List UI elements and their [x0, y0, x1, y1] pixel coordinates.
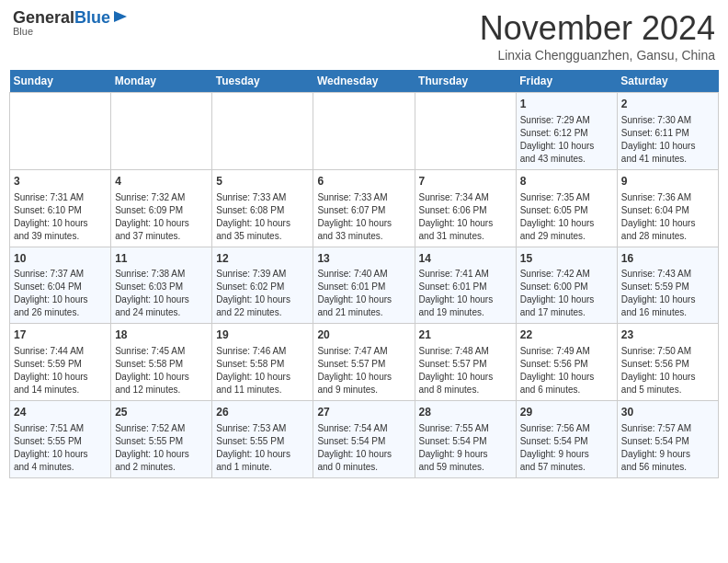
calendar-cell: [111, 93, 212, 170]
day-number: 9: [621, 174, 714, 190]
calendar-cell: 16Sunrise: 7:43 AMSunset: 5:59 PMDayligh…: [617, 247, 718, 324]
day-info: Sunrise: 7:34 AMSunset: 6:06 PMDaylight:…: [419, 191, 512, 243]
day-number: 5: [216, 174, 309, 190]
calendar-cell: 12Sunrise: 7:39 AMSunset: 6:02 PMDayligh…: [212, 247, 313, 324]
day-info: Sunrise: 7:42 AMSunset: 6:00 PMDaylight:…: [520, 268, 613, 319]
title-block: November 2024 Linxia Chengguanzhen, Gans…: [480, 9, 715, 63]
day-info: Sunrise: 7:29 AMSunset: 6:12 PMDaylight:…: [520, 114, 613, 166]
day-info: Sunrise: 7:49 AMSunset: 5:56 PMDaylight:…: [520, 345, 613, 396]
calendar-cell: 18Sunrise: 7:45 AMSunset: 5:58 PMDayligh…: [111, 324, 212, 401]
day-number: 27: [317, 405, 410, 420]
day-number: 4: [115, 174, 208, 190]
day-info: Sunrise: 7:31 AMSunset: 6:10 PMDaylight:…: [14, 191, 107, 243]
calendar-cell: 21Sunrise: 7:48 AMSunset: 5:57 PMDayligh…: [415, 324, 516, 401]
page-header: GeneralBlue Blue November 2024 Linxia Ch…: [9, 9, 719, 63]
day-of-week-header: Monday: [111, 70, 212, 93]
day-number: 2: [621, 97, 714, 112]
day-info: Sunrise: 7:36 AMSunset: 6:04 PMDaylight:…: [621, 191, 714, 243]
day-info: Sunrise: 7:38 AMSunset: 6:03 PMDaylight:…: [115, 268, 208, 319]
day-info: Sunrise: 7:33 AMSunset: 6:07 PMDaylight:…: [317, 191, 410, 243]
calendar-cell: 7Sunrise: 7:34 AMSunset: 6:06 PMDaylight…: [415, 169, 516, 247]
calendar-cell: 1Sunrise: 7:29 AMSunset: 6:12 PMDaylight…: [516, 93, 617, 170]
day-number: 6: [317, 174, 410, 190]
calendar-cell: 22Sunrise: 7:49 AMSunset: 5:56 PMDayligh…: [516, 324, 617, 401]
calendar-cell: 29Sunrise: 7:56 AMSunset: 5:54 PMDayligh…: [516, 401, 617, 478]
day-info: Sunrise: 7:43 AMSunset: 5:59 PMDaylight:…: [621, 268, 714, 319]
calendar-cell: 28Sunrise: 7:55 AMSunset: 5:54 PMDayligh…: [415, 401, 516, 478]
calendar-cell: 14Sunrise: 7:41 AMSunset: 6:01 PMDayligh…: [415, 247, 516, 324]
day-number: 11: [115, 251, 208, 267]
day-number: 26: [216, 405, 309, 420]
calendar-cell: 27Sunrise: 7:54 AMSunset: 5:54 PMDayligh…: [313, 401, 415, 478]
day-info: Sunrise: 7:41 AMSunset: 6:01 PMDaylight:…: [419, 268, 512, 319]
day-number: 23: [621, 327, 714, 343]
calendar-cell: 8Sunrise: 7:35 AMSunset: 6:05 PMDaylight…: [516, 169, 617, 247]
svg-marker-0: [114, 11, 127, 22]
calendar-cell: [415, 93, 516, 170]
calendar-cell: 17Sunrise: 7:44 AMSunset: 5:59 PMDayligh…: [10, 324, 111, 401]
location: Linxia Chengguanzhen, Gansu, China: [480, 48, 715, 63]
day-info: Sunrise: 7:55 AMSunset: 5:54 PMDaylight:…: [419, 422, 512, 474]
day-number: 8: [520, 174, 613, 190]
day-number: 7: [419, 174, 512, 190]
day-info: Sunrise: 7:40 AMSunset: 6:01 PMDaylight:…: [317, 268, 410, 319]
day-number: 14: [419, 251, 512, 267]
calendar-cell: 23Sunrise: 7:50 AMSunset: 5:56 PMDayligh…: [617, 324, 718, 401]
calendar-cell: 30Sunrise: 7:57 AMSunset: 5:54 PMDayligh…: [617, 401, 718, 478]
calendar-table: SundayMondayTuesdayWednesdayThursdayFrid…: [9, 70, 719, 478]
day-number: 28: [419, 405, 512, 420]
calendar-cell: 15Sunrise: 7:42 AMSunset: 6:00 PMDayligh…: [516, 247, 617, 324]
day-info: Sunrise: 7:39 AMSunset: 6:02 PMDaylight:…: [216, 268, 309, 319]
logo-arrow-icon: [112, 8, 129, 25]
calendar-cell: [212, 93, 313, 170]
calendar-cell: 3Sunrise: 7:31 AMSunset: 6:10 PMDaylight…: [10, 169, 111, 247]
day-number: 30: [621, 405, 714, 420]
logo-subtitle: Blue: [13, 26, 33, 37]
calendar-cell: 13Sunrise: 7:40 AMSunset: 6:01 PMDayligh…: [313, 247, 415, 324]
day-info: Sunrise: 7:35 AMSunset: 6:05 PMDaylight:…: [520, 191, 613, 243]
day-of-week-header: Sunday: [10, 70, 111, 93]
day-of-week-header: Thursday: [415, 70, 516, 93]
calendar-cell: [313, 93, 415, 170]
calendar-cell: 20Sunrise: 7:47 AMSunset: 5:57 PMDayligh…: [313, 324, 415, 401]
day-info: Sunrise: 7:45 AMSunset: 5:58 PMDaylight:…: [115, 345, 208, 396]
day-info: Sunrise: 7:30 AMSunset: 6:11 PMDaylight:…: [621, 114, 714, 166]
calendar-cell: 5Sunrise: 7:33 AMSunset: 6:08 PMDaylight…: [212, 169, 313, 247]
day-info: Sunrise: 7:52 AMSunset: 5:55 PMDaylight:…: [115, 422, 208, 474]
calendar-cell: 19Sunrise: 7:46 AMSunset: 5:58 PMDayligh…: [212, 324, 313, 401]
day-info: Sunrise: 7:46 AMSunset: 5:58 PMDaylight:…: [216, 345, 309, 396]
day-number: 13: [317, 251, 410, 267]
day-info: Sunrise: 7:37 AMSunset: 6:04 PMDaylight:…: [14, 268, 107, 319]
day-number: 1: [520, 97, 613, 112]
day-info: Sunrise: 7:48 AMSunset: 5:57 PMDaylight:…: [419, 345, 512, 396]
calendar-cell: 4Sunrise: 7:32 AMSunset: 6:09 PMDaylight…: [111, 169, 212, 247]
calendar-cell: 9Sunrise: 7:36 AMSunset: 6:04 PMDaylight…: [617, 169, 718, 247]
day-number: 10: [14, 251, 107, 267]
day-number: 25: [115, 405, 208, 420]
day-number: 21: [419, 327, 512, 343]
day-of-week-header: Friday: [516, 70, 617, 93]
calendar-cell: 10Sunrise: 7:37 AMSunset: 6:04 PMDayligh…: [10, 247, 111, 324]
day-info: Sunrise: 7:57 AMSunset: 5:54 PMDaylight:…: [621, 422, 714, 474]
day-info: Sunrise: 7:53 AMSunset: 5:55 PMDaylight:…: [216, 422, 309, 474]
day-number: 29: [520, 405, 613, 420]
calendar-cell: 2Sunrise: 7:30 AMSunset: 6:11 PMDaylight…: [617, 93, 718, 170]
day-number: 20: [317, 327, 410, 343]
day-info: Sunrise: 7:51 AMSunset: 5:55 PMDaylight:…: [14, 422, 107, 474]
day-of-week-header: Saturday: [617, 70, 718, 93]
day-of-week-header: Tuesday: [212, 70, 313, 93]
day-number: 22: [520, 327, 613, 343]
day-of-week-header: Wednesday: [313, 70, 415, 93]
calendar-cell: 6Sunrise: 7:33 AMSunset: 6:07 PMDaylight…: [313, 169, 415, 247]
day-info: Sunrise: 7:44 AMSunset: 5:59 PMDaylight:…: [14, 345, 107, 396]
day-number: 19: [216, 327, 309, 343]
day-info: Sunrise: 7:50 AMSunset: 5:56 PMDaylight:…: [621, 345, 714, 396]
calendar-cell: 11Sunrise: 7:38 AMSunset: 6:03 PMDayligh…: [111, 247, 212, 324]
calendar-cell: 24Sunrise: 7:51 AMSunset: 5:55 PMDayligh…: [10, 401, 111, 478]
logo: GeneralBlue Blue: [13, 9, 129, 37]
calendar-cell: 25Sunrise: 7:52 AMSunset: 5:55 PMDayligh…: [111, 401, 212, 478]
day-number: 16: [621, 251, 714, 267]
day-info: Sunrise: 7:47 AMSunset: 5:57 PMDaylight:…: [317, 345, 410, 396]
month-title: November 2024: [480, 9, 715, 48]
day-info: Sunrise: 7:56 AMSunset: 5:54 PMDaylight:…: [520, 422, 613, 474]
